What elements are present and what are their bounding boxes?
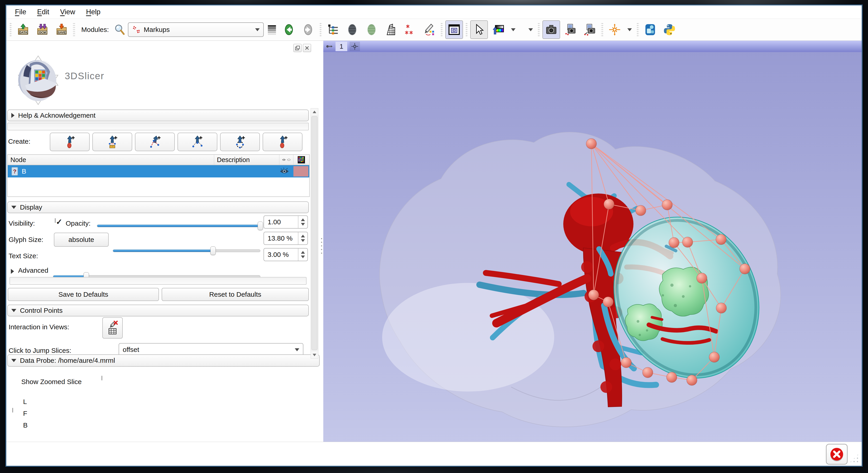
create-line-button[interactable]	[92, 133, 132, 151]
control-point-4[interactable]	[662, 200, 672, 210]
panel-splitter[interactable]	[320, 41, 323, 442]
glyph-size-slider[interactable]	[113, 246, 260, 255]
threed-view-header[interactable]: 1	[323, 41, 862, 52]
menu-edit[interactable]: Edit	[32, 8, 55, 16]
spin-up-icon[interactable]	[301, 235, 305, 238]
models-button[interactable]	[363, 20, 380, 39]
scroll-up-button[interactable]	[311, 108, 318, 115]
scene-views-button[interactable]	[562, 20, 579, 39]
resize-grip-icon[interactable]	[849, 453, 859, 464]
control-point-14[interactable]	[621, 357, 631, 368]
create-point-button[interactable]	[50, 133, 90, 151]
control-point-1[interactable]	[586, 138, 596, 149]
help-section-header[interactable]: Help & Acknowledgement	[7, 109, 309, 121]
window-level-button[interactable]	[490, 20, 507, 39]
spin-down-icon[interactable]	[301, 223, 305, 226]
column-node[interactable]: Node	[8, 155, 214, 165]
python-console-button[interactable]	[661, 20, 678, 39]
menu-file[interactable]: File	[9, 8, 32, 16]
layout-selector-button[interactable]	[445, 20, 463, 39]
control-point-7[interactable]	[696, 273, 707, 283]
column-description[interactable]: Description	[214, 155, 279, 165]
display-section-header[interactable]: Display	[7, 201, 309, 213]
control-point-16[interactable]	[603, 297, 613, 307]
module-history-button[interactable]	[265, 20, 278, 39]
control-point-10[interactable]	[709, 352, 719, 362]
forward-button[interactable]	[299, 20, 317, 39]
toolbar-grip[interactable]	[73, 22, 75, 37]
module-search-button[interactable]	[113, 20, 126, 39]
column-color[interactable]	[293, 155, 309, 165]
pin-icon[interactable]	[326, 42, 333, 50]
spin-up-icon[interactable]	[301, 251, 305, 254]
back-button[interactable]	[280, 20, 298, 39]
advanced-label[interactable]: Advanced	[18, 266, 48, 274]
data-probe-section-header[interactable]: Data Probe: /home/aure/4.mrml	[7, 354, 320, 367]
control-point-8[interactable]	[740, 264, 750, 274]
scroll-down-button[interactable]	[311, 351, 318, 358]
control-point-13[interactable]	[643, 367, 653, 378]
panel-close-button[interactable]	[303, 44, 311, 52]
volume-rendering-button[interactable]	[343, 20, 361, 39]
annotations-button[interactable]	[421, 20, 438, 39]
create-angle-button[interactable]	[135, 133, 175, 151]
glyph-size-mode-button[interactable]: absolute	[54, 233, 109, 247]
save-defaults-button[interactable]: Save to Defaults	[8, 288, 159, 301]
toolbar-grip[interactable]	[440, 22, 443, 37]
control-points-section-header[interactable]: Control Points	[7, 305, 309, 316]
text-size-spinbox[interactable]: 3.00 %	[264, 248, 308, 261]
view-crosshair-box[interactable]	[349, 42, 360, 51]
create-open-curve-button[interactable]	[178, 133, 217, 151]
control-point-5[interactable]	[669, 238, 679, 248]
control-point-17[interactable]	[716, 234, 726, 245]
toolbar-grip[interactable]	[601, 22, 603, 37]
show-zoomed-slice-checkbox[interactable]	[12, 408, 13, 413]
opacity-slider-handle[interactable]	[258, 222, 263, 230]
extra-dropdown-arrow[interactable]	[528, 28, 533, 31]
toolbar-grip[interactable]	[319, 22, 322, 37]
control-point-9[interactable]	[716, 303, 726, 313]
create-plane-button[interactable]	[262, 133, 303, 151]
subject-hierarchy-button[interactable]	[324, 20, 342, 39]
extensions-manager-button[interactable]	[641, 20, 659, 39]
control-point-3[interactable]	[636, 205, 646, 216]
opacity-slider[interactable]	[97, 221, 260, 230]
scrollbar-thumb[interactable]	[312, 116, 317, 350]
transforms-button[interactable]	[382, 20, 400, 39]
save-button[interactable]: SAVE	[53, 20, 70, 39]
glyph-size-spinbox[interactable]: 13.80 %	[264, 232, 308, 245]
control-point-2[interactable]	[604, 199, 614, 209]
module-selector[interactable]: Markups	[128, 23, 264, 37]
control-point-12[interactable]	[666, 372, 677, 382]
control-point-15[interactable]	[588, 290, 599, 300]
threed-viewport[interactable]	[323, 52, 862, 442]
toolbar-grip[interactable]	[465, 22, 468, 37]
spin-down-icon[interactable]	[301, 239, 305, 242]
opacity-spinbox[interactable]: 1.00	[264, 216, 308, 228]
toolbar-grip[interactable]	[538, 22, 540, 37]
reset-defaults-button[interactable]: Reset to Defaults	[162, 288, 309, 301]
crosshair-button[interactable]	[606, 20, 623, 39]
node-visibility-eye-icon[interactable]	[279, 168, 289, 175]
error-close-button[interactable]	[826, 444, 848, 465]
crosshair-menu-arrow[interactable]	[627, 28, 632, 31]
spin-up-icon[interactable]	[301, 218, 305, 221]
panel-scrollbar[interactable]	[311, 108, 318, 358]
interaction-mode-button[interactable]	[470, 20, 488, 39]
spin-down-icon[interactable]	[301, 255, 305, 258]
create-closed-curve-button[interactable]	[220, 133, 260, 151]
markups-toolbar-button[interactable]	[401, 20, 419, 39]
visibility-checkbox[interactable]	[55, 218, 56, 223]
panel-undock-button[interactable]	[293, 44, 302, 52]
scene-view-restore-button[interactable]	[581, 20, 598, 39]
control-point-6[interactable]	[682, 237, 693, 247]
node-row-selected[interactable]: ? B	[8, 165, 309, 178]
glyph-size-slider-handle[interactable]	[210, 247, 216, 255]
menu-view[interactable]: View	[55, 8, 81, 16]
menu-help[interactable]: Help	[81, 8, 106, 16]
toolbar-grip[interactable]	[637, 22, 639, 37]
advanced-arrow-icon[interactable]	[11, 269, 14, 274]
interaction-in-views-button[interactable]	[102, 317, 123, 339]
control-point-11[interactable]	[687, 375, 697, 385]
window-level-menu-arrow[interactable]	[511, 28, 516, 31]
